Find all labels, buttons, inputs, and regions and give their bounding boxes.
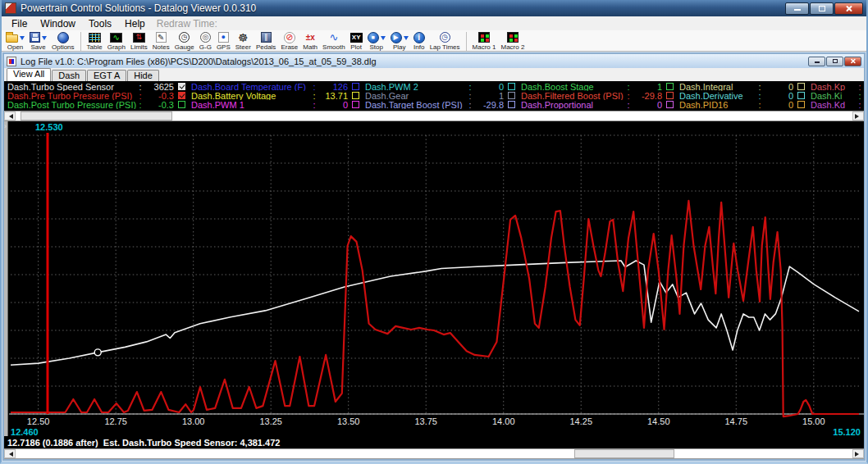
channel-visibility-checkbox[interactable] [352,83,359,90]
channel-name: Dash.PWM 1 [191,100,310,109]
toolbar-button-limits[interactable]: ⇅Limits [128,31,150,51]
toolbar-button-pedals[interactable]: ∥Pedals [254,31,278,51]
channel-visibility-checkbox[interactable] [666,101,674,108]
toolbar-button-gauge[interactable]: ◷Gauge [172,31,197,51]
tab-hide[interactable]: Hide [127,70,159,81]
channel-visibility-checkbox[interactable] [508,101,515,108]
chart-horizontal-scrollbar[interactable] [4,448,864,459]
dropdown-arrow-icon[interactable] [404,36,409,43]
chart-canvas[interactable]: 12.5012.7513.0013.2513.5013.7514.0014.25… [9,121,864,436]
plot-icon: XY [350,33,363,43]
toolbar-button-graph[interactable]: ∿Graph [105,31,128,51]
title-bar[interactable]: Powertrain Control Solutions - Datalog V… [2,0,866,16]
dropdown-arrow-icon[interactable] [381,36,386,43]
channel-visibility-checkbox[interactable] [666,92,674,99]
toolbar-button-options[interactable]: Options [49,31,77,51]
menu-item-file[interactable]: File [5,18,34,30]
scroll-right-button[interactable] [852,449,864,458]
toolbar-button-plot[interactable]: XYPlot [348,31,365,51]
toolbar-button-gps[interactable]: ●GPS [214,31,233,51]
channel-colon: : [624,82,633,91]
dropdown-arrow-icon[interactable] [42,36,47,43]
notes-icon: ✎ [156,32,167,43]
channel-visibility-checkbox[interactable] [352,92,359,99]
close-button[interactable] [834,2,863,15]
toolbar-button-lap-times[interactable]: ◷Lap Times [427,31,463,51]
chart-left-handle[interactable]: › [4,123,7,130]
chart-area[interactable]: › 12.5012.7513.0013.2513.5013.7514.0014.… [4,121,864,436]
toolbar-button-label: Lap Times [430,44,460,51]
channel-visibility-checkbox[interactable] [666,83,674,90]
channel-name: Dash.Ki [811,91,856,100]
maximize-button[interactable] [810,2,834,15]
channel-horizontal-scrollbar[interactable] [4,111,864,121]
toolbar-button-macro-1[interactable]: Macro 1 [470,31,499,51]
stop-icon: ■ [368,32,379,43]
toolbar-button-g-g[interactable]: ◎G-G [197,31,214,51]
channel-row: Dash.Target Boost (PSI):-29.8 [365,100,521,109]
channel-row: Dash.Proportional:0 [521,100,679,109]
log-window-title-bar[interactable]: Log File v1.0: C:\Program Files (x86)\PC… [4,54,864,68]
menu-item-window[interactable]: Window [34,18,82,30]
tab-view-all[interactable]: View All [7,68,51,81]
toolbar-button-notes[interactable]: ✎Notes [150,31,172,51]
steer-icon: ☸ [237,32,249,43]
log-maximize-button[interactable] [826,57,843,66]
channel-visibility-checkbox[interactable] [178,101,185,108]
toolbar-button-table[interactable]: Table [85,31,105,51]
minimize-icon [815,61,820,63]
close-icon [850,58,856,64]
channel-value: 0 [633,100,662,109]
toolbar-button-macro-2[interactable]: Macro 2 [498,31,527,51]
minimize-button[interactable] [785,2,809,15]
toolbar-button-open[interactable]: Open [3,31,27,51]
toolbar-button-label: Save [30,44,45,51]
channel-visibility-checkbox[interactable] [352,101,359,108]
toolbar-button-info[interactable]: iInfo [411,31,427,51]
trace-marker[interactable] [94,349,101,356]
channel-name: Dash.Derivative [679,91,756,100]
channel-visibility-checkbox[interactable] [178,92,185,99]
tab-dash[interactable]: Dash [52,70,86,81]
toolbar-button-label: Smooth [322,44,345,51]
scroll-left-button[interactable] [4,449,16,458]
toolbar-button-save[interactable]: Save [27,31,49,51]
menu-item-help[interactable]: Help [118,18,152,30]
scroll-right-button[interactable] [852,111,864,121]
toolbar-button-smooth[interactable]: ∿Smooth [320,31,348,51]
scrollbar-thumb[interactable] [21,111,172,121]
channel-column: Dash.Boost Stage:1Dash.Filtered Boost (P… [521,82,679,109]
toolbar-button-play[interactable]: ▶Play [388,31,411,51]
channel-colon: : [856,82,864,91]
x-tick-label: 13.00 [182,416,205,426]
menu-item-tools[interactable]: Tools [82,18,118,30]
redraw-time-label: Redraw Time: [157,18,217,30]
table-icon [89,33,101,43]
toolbar-button-math[interactable]: ±xMath [300,31,320,51]
scrollbar-thumb[interactable] [574,449,674,458]
channel-visibility-checkbox[interactable] [508,83,515,90]
log-close-button[interactable] [844,57,861,66]
channel-visibility-checkbox[interactable] [797,92,805,99]
channel-colon: : [466,91,474,100]
toolbar-button-label: Play [393,44,406,51]
channel-visibility-checkbox[interactable] [797,83,805,90]
floppy-icon [30,32,40,43]
dropdown-arrow-icon[interactable] [20,36,25,43]
channel-row: Dash.Integral:0 [679,82,811,91]
chart-left-splitter[interactable] [4,121,8,436]
toolbar-button-stop[interactable]: ■Stop [365,31,388,51]
channel-visibility-checkbox[interactable] [178,83,185,90]
log-minimize-button[interactable] [808,57,825,66]
channel-visibility-checkbox[interactable] [797,101,805,108]
toolbar-button-erase[interactable]: ⊘Erase [278,31,300,51]
window-end-label: 15.120 [833,427,861,436]
channel-value: 13.71 [318,91,348,100]
channel-value: -0.3 [144,100,174,109]
toolbar-button-label: Stop [369,44,382,51]
scroll-left-button[interactable] [4,111,16,121]
x-tick-label: 13.50 [337,416,360,426]
toolbar-button-steer[interactable]: ☸Steer [233,31,254,51]
tab-egt-a[interactable]: EGT A [87,70,126,81]
channel-visibility-checkbox[interactable] [508,92,515,99]
